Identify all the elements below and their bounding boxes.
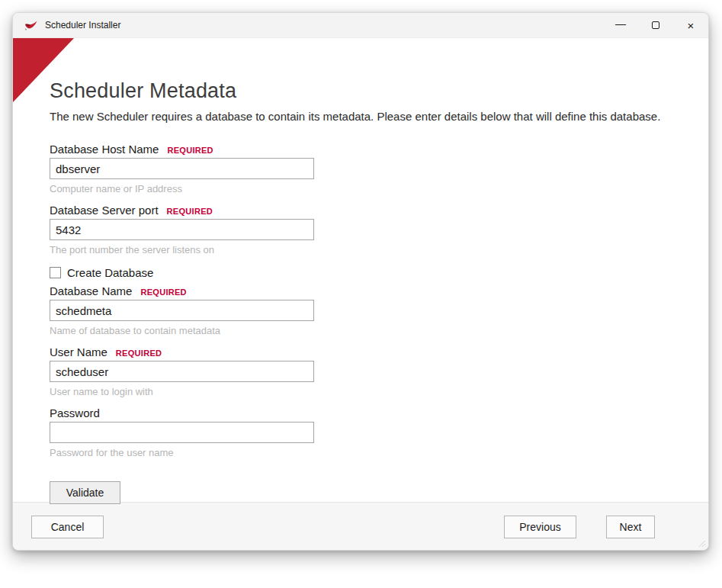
window-controls: — × [603, 13, 708, 37]
database-server-port-input[interactable] [50, 219, 314, 240]
required-badge: REQUIRED [116, 349, 162, 358]
user-name-input[interactable] [50, 361, 314, 382]
resize-grip[interactable] [698, 540, 706, 548]
required-badge: REQUIRED [140, 288, 186, 297]
cancel-button[interactable]: Cancel [31, 516, 104, 538]
minimize-icon: — [615, 18, 626, 30]
database-name-hint: Name of database to contain metadata [50, 325, 314, 336]
password-label: Password [50, 406, 100, 419]
database-host-name-input[interactable] [50, 158, 314, 179]
maximize-icon [652, 21, 659, 29]
field-database-host-name: Database Host Name REQUIRED Computer nam… [50, 143, 314, 194]
field-database-server-port: Database Server port REQUIRED The port n… [50, 204, 314, 255]
content-area: Scheduler Metadata The new Scheduler req… [13, 38, 708, 502]
password-input[interactable] [50, 422, 314, 443]
installer-window: Scheduler Installer — × Scheduler Metada… [12, 12, 709, 551]
database-server-port-hint: The port number the server listens on [50, 244, 314, 255]
user-name-label: User Name [50, 345, 107, 358]
database-name-label: Database Name [50, 284, 132, 297]
app-logo-icon [24, 20, 38, 31]
maximize-button[interactable] [638, 13, 673, 37]
user-name-hint: User name to login with [50, 386, 314, 397]
previous-button[interactable]: Previous [504, 516, 576, 538]
field-password: Password Password for the user name [50, 406, 314, 458]
window-title: Scheduler Installer [45, 20, 120, 31]
required-badge: REQUIRED [167, 146, 213, 155]
titlebar: Scheduler Installer — × [13, 13, 708, 38]
database-server-port-label: Database Server port [50, 204, 159, 217]
validate-button[interactable]: Validate [50, 481, 120, 504]
next-button[interactable]: Next [606, 516, 655, 538]
close-icon: × [688, 19, 695, 32]
create-database-checkbox[interactable] [50, 267, 61, 278]
field-database-name: Database Name REQUIRED Name of database … [50, 284, 314, 336]
close-button[interactable]: × [673, 13, 708, 37]
database-name-input[interactable] [50, 300, 314, 321]
footer-bar: Cancel Previous Next [13, 502, 708, 551]
field-user-name: User Name REQUIRED User name to login wi… [50, 345, 314, 397]
required-badge: REQUIRED [167, 207, 213, 216]
minimize-button[interactable]: — [603, 13, 638, 37]
metadata-form: Database Host Name REQUIRED Computer nam… [50, 143, 708, 504]
password-hint: Password for the user name [50, 447, 314, 458]
page-description: The new Scheduler requires a database to… [50, 110, 708, 123]
create-database-row: Create Database [50, 266, 708, 279]
create-database-label[interactable]: Create Database [67, 266, 153, 279]
database-host-name-hint: Computer name or IP address [50, 183, 314, 194]
database-host-name-label: Database Host Name [50, 143, 159, 156]
page-title: Scheduler Metadata [50, 38, 708, 103]
